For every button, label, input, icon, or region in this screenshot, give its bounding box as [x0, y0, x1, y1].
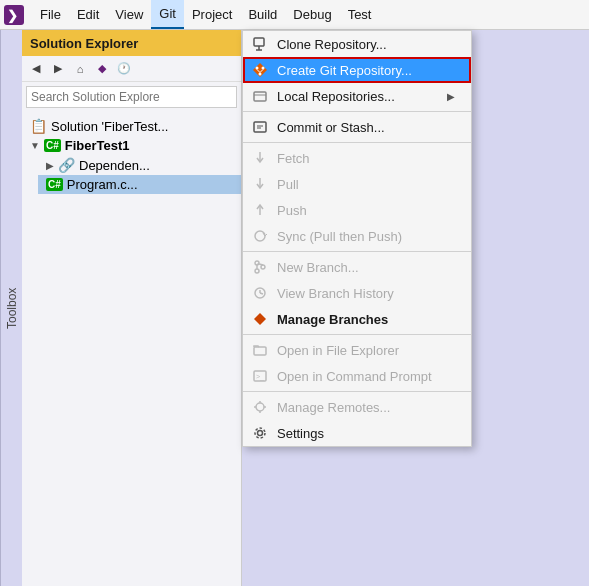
- svg-rect-27: [254, 347, 266, 355]
- svg-point-6: [256, 67, 259, 70]
- svg-point-20: [255, 269, 259, 273]
- settings-icon: [251, 424, 269, 442]
- menu-debug[interactable]: Debug: [285, 0, 339, 29]
- solution-icon: 📋: [30, 118, 47, 134]
- se-forward-btn[interactable]: ▶: [48, 59, 68, 79]
- svg-rect-11: [254, 92, 266, 101]
- dep-icon: 🔗: [58, 157, 75, 173]
- menu-manage-branches[interactable]: Manage Branches: [243, 306, 471, 332]
- solution-explorer-header: Solution Explorer: [22, 30, 241, 56]
- commit-icon: [251, 118, 269, 136]
- create-git-label: Create Git Repository...: [277, 63, 455, 78]
- svg-marker-26: [254, 313, 266, 325]
- tree-item-solution[interactable]: 📋 Solution 'FiberTest...: [22, 116, 241, 136]
- svg-point-7: [262, 67, 265, 70]
- pull-icon: [251, 175, 269, 193]
- se-back-btn[interactable]: ◀: [26, 59, 46, 79]
- clone-icon: [251, 35, 269, 53]
- local-repo-label: Local Repositories...: [277, 89, 439, 104]
- sync-icon: [251, 227, 269, 245]
- solution-explorer-tree: 📋 Solution 'FiberTest... ▼ C# FiberTest1…: [22, 112, 241, 198]
- tree-item-fibertest1[interactable]: ▼ C# FiberTest1: [22, 136, 241, 155]
- solution-explorer-panel: Solution Explorer ◀ ▶ ⌂ ◆ 🕐 📋 Solution '…: [22, 30, 242, 586]
- local-repo-arrow: ▶: [447, 91, 455, 102]
- tree-item-program[interactable]: C# Program.c...: [38, 175, 241, 194]
- solution-explorer-search[interactable]: [26, 86, 237, 108]
- menu-git[interactable]: Git: [151, 0, 184, 29]
- commit-label: Commit or Stash...: [277, 120, 455, 135]
- menu-manage-remotes[interactable]: Manage Remotes...: [243, 394, 471, 420]
- svg-line-25: [260, 293, 263, 294]
- svg-point-30: [256, 403, 264, 411]
- svg-point-35: [258, 431, 263, 436]
- svg-text:❯: ❯: [7, 8, 18, 24]
- settings-label: Settings: [277, 426, 455, 441]
- menu-open-command-prompt[interactable]: >_ Open in Command Prompt: [243, 363, 471, 389]
- menu-sync[interactable]: Sync (Pull then Push): [243, 223, 471, 249]
- svg-rect-13: [254, 122, 266, 132]
- dep-label: Dependen...: [79, 158, 150, 173]
- solution-explorer-title: Solution Explorer: [30, 36, 138, 51]
- menu-push[interactable]: Push: [243, 197, 471, 223]
- se-toolbar: ◀ ▶ ⌂ ◆ 🕐: [22, 56, 241, 82]
- separator-5: [243, 391, 471, 392]
- program-label: Program.c...: [67, 177, 138, 192]
- sync-label: Sync (Pull then Push): [277, 229, 455, 244]
- menu-clone-repository[interactable]: Clone Repository...: [243, 31, 471, 57]
- open-cmd-label: Open in Command Prompt: [277, 369, 455, 384]
- manage-branches-label: Manage Branches: [277, 312, 455, 327]
- separator-1: [243, 111, 471, 112]
- clone-label: Clone Repository...: [277, 37, 455, 52]
- open-explorer-icon: [251, 341, 269, 359]
- fetch-icon: [251, 149, 269, 167]
- svg-text:>_: >_: [256, 373, 264, 381]
- menu-pull[interactable]: Pull: [243, 171, 471, 197]
- menu-new-branch[interactable]: New Branch...: [243, 254, 471, 280]
- menu-create-git-repository[interactable]: Create Git Repository...: [243, 57, 471, 83]
- right-area: Clone Repository... Create: [242, 30, 589, 586]
- toolbox-label: Toolbox: [5, 287, 19, 328]
- menu-build[interactable]: Build: [240, 0, 285, 29]
- separator-4: [243, 334, 471, 335]
- open-explorer-label: Open in File Explorer: [277, 343, 455, 358]
- dep-arrow: ▶: [46, 160, 54, 171]
- menu-commit-stash[interactable]: Commit or Stash...: [243, 114, 471, 140]
- new-branch-label: New Branch...: [277, 260, 455, 275]
- manage-remotes-icon: [251, 398, 269, 416]
- svg-rect-2: [254, 38, 264, 46]
- menu-settings[interactable]: Settings: [243, 420, 471, 446]
- view-history-label: View Branch History: [277, 286, 455, 301]
- se-home-btn[interactable]: ⌂: [70, 59, 90, 79]
- toolbox-sidebar[interactable]: Toolbox: [0, 30, 22, 586]
- se-clock-btn[interactable]: 🕐: [114, 59, 134, 79]
- menu-view-branch-history[interactable]: View Branch History: [243, 280, 471, 306]
- separator-3: [243, 251, 471, 252]
- push-label: Push: [277, 203, 455, 218]
- manage-remotes-label: Manage Remotes...: [277, 400, 455, 415]
- main-layout: Toolbox Solution Explorer ◀ ▶ ⌂ ◆ 🕐 📋 So…: [0, 30, 589, 586]
- menu-test[interactable]: Test: [340, 0, 380, 29]
- menu-open-file-explorer[interactable]: Open in File Explorer: [243, 337, 471, 363]
- menu-edit[interactable]: Edit: [69, 0, 107, 29]
- se-vs-btn[interactable]: ◆: [92, 59, 112, 79]
- solution-label: Solution 'FiberTest...: [51, 119, 168, 134]
- tree-item-dependencies[interactable]: ▶ 🔗 Dependen...: [38, 155, 241, 175]
- svg-point-8: [259, 73, 262, 76]
- local-repo-icon: [251, 87, 269, 105]
- fibertest1-arrow: ▼: [30, 140, 40, 151]
- fibertest1-icon: C#: [44, 139, 61, 152]
- view-history-icon: [251, 284, 269, 302]
- svg-point-36: [255, 428, 265, 438]
- menu-view[interactable]: View: [107, 0, 151, 29]
- menu-project[interactable]: Project: [184, 0, 240, 29]
- create-git-icon: [251, 61, 269, 79]
- menu-file[interactable]: File: [32, 0, 69, 29]
- pull-label: Pull: [277, 177, 455, 192]
- svg-point-21: [261, 265, 265, 269]
- push-icon: [251, 201, 269, 219]
- menu-local-repositories[interactable]: Local Repositories... ▶: [243, 83, 471, 109]
- open-cmd-icon: >_: [251, 367, 269, 385]
- menu-fetch[interactable]: Fetch: [243, 145, 471, 171]
- fetch-label: Fetch: [277, 151, 455, 166]
- program-icon: C#: [46, 178, 63, 191]
